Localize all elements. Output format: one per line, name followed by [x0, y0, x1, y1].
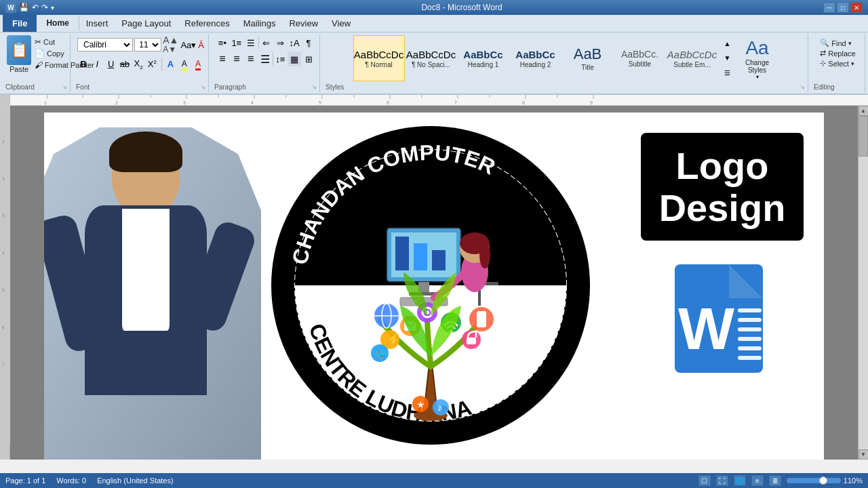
font-label: Font [76, 83, 90, 91]
style-heading1-button[interactable]: AaBbCc Heading 1 [458, 35, 509, 81]
review-tab[interactable]: Review [282, 16, 325, 30]
full-screen-view-button[interactable]: ⛶ [716, 475, 728, 486]
scroll-thumb[interactable] [859, 116, 868, 157]
font-expand-icon[interactable]: ↘ [201, 84, 205, 90]
scroll-track[interactable] [859, 116, 868, 449]
style-subtle-em-button[interactable]: AaBbCcDc Subtle Em... [667, 35, 718, 81]
styles-label: Styles [326, 83, 344, 91]
shading-button[interactable]: ▦ [288, 52, 301, 66]
close-button[interactable]: ✕ [850, 2, 863, 13]
text-effect-button[interactable]: A [164, 57, 176, 72]
replace-button[interactable]: ⇄ Replace [818, 48, 857, 58]
qat-save[interactable]: 💾 [19, 3, 29, 12]
style-normal-button[interactable]: AaBbCcDc ¶ Normal [353, 35, 405, 81]
ruler: 1 2 3 4 5 6 7 8 9 [10, 95, 868, 105]
view-tab[interactable]: View [325, 16, 357, 30]
paragraph-expand-icon[interactable]: ↘ [312, 84, 317, 90]
styles-scroll-up-button[interactable]: ▲ [720, 37, 735, 51]
change-case-button[interactable]: Aa▾ [180, 39, 197, 51]
maximize-button[interactable]: □ [837, 2, 849, 13]
insert-tab[interactable]: Insert [79, 16, 115, 30]
paste-button[interactable]: 📋 Paste [7, 35, 31, 73]
qat-customize[interactable]: ▾ [51, 4, 54, 12]
align-right-button[interactable]: ≡ [244, 52, 258, 66]
paintbrush-icon: 🖌 [35, 60, 43, 70]
underline-button[interactable]: U [105, 57, 117, 72]
styles-expand-icon[interactable]: ↘ [800, 84, 805, 90]
superscript-button[interactable]: X2 [146, 57, 158, 72]
qat-undo[interactable]: ↶ [32, 3, 39, 12]
font-shrink-button[interactable]: A▼ [163, 45, 178, 54]
svg-text:1: 1 [2, 139, 5, 144]
font-size-select[interactable]: 11 [134, 38, 161, 52]
word-count-status: Words: 0 [56, 476, 86, 485]
qat-redo[interactable]: ↷ [41, 3, 48, 12]
svg-text:5: 5 [319, 100, 321, 105]
clipboard-group: 📋 Paste ✂ Cut 📄 Copy 🖌 Format Pai [3, 34, 71, 92]
justify-button[interactable]: ☰ [258, 52, 272, 66]
styles-more-button[interactable]: ☰ [720, 66, 735, 80]
style-heading2-button[interactable]: AaBbCc Heading 2 [510, 35, 561, 81]
svg-rect-58 [477, 311, 486, 327]
strikethrough-button[interactable]: ab [119, 57, 131, 72]
align-left-button[interactable]: ≡ [216, 52, 229, 66]
scroll-up-button[interactable]: ▲ [859, 106, 869, 116]
increase-indent-button[interactable]: ⇒ [273, 35, 287, 50]
references-tab[interactable]: References [178, 16, 236, 30]
home-tab[interactable]: Home [37, 16, 79, 31]
select-button[interactable]: ⊹ Select ▾ [818, 58, 857, 68]
find-button[interactable]: 🔍 Find ▾ [818, 38, 857, 48]
svg-rect-42 [414, 243, 427, 270]
page-layout-tab[interactable]: Page Layout [115, 16, 178, 30]
print-layout-view-button[interactable]: ☐ [698, 475, 711, 486]
subscript-button[interactable]: X2 [132, 57, 144, 72]
paste-label: Paste [9, 65, 28, 73]
decrease-indent-button[interactable]: ⇐ [260, 35, 273, 50]
font-grow-button[interactable]: A▲ [163, 35, 178, 45]
clear-formatting-button[interactable]: Ā [198, 40, 204, 50]
clipboard-expand-icon[interactable]: ↘ [62, 84, 67, 90]
web-layout-view-button[interactable]: 🌐 [734, 475, 746, 486]
menu-bar: File Home Insert Page Layout References … [0, 15, 868, 33]
line-spacing-button[interactable]: ↕≡ [273, 52, 287, 66]
mailings-tab[interactable]: Mailings [237, 16, 283, 30]
align-center-button[interactable]: ≡ [230, 52, 243, 66]
document-area: CHANDAN COMPUTER CENTRE LUDHIANA [10, 106, 858, 460]
change-styles-button[interactable]: Aa ChangeStyles ▾ [737, 35, 778, 81]
font-color-button[interactable]: A [192, 57, 204, 72]
multilevel-list-button[interactable]: ☰ [244, 35, 258, 50]
font-name-select[interactable]: Calibri [77, 38, 133, 52]
italic-button[interactable]: I [91, 57, 103, 72]
bold-button[interactable]: B [77, 57, 90, 72]
svg-rect-27 [0, 106, 10, 445]
heading1-preview: AaBbCc [463, 49, 502, 61]
ruler-left-margin [0, 95, 10, 105]
scroll-down-button[interactable]: ▼ [859, 449, 869, 460]
clipboard-label: Clipboard [5, 83, 35, 91]
word-icon: W [665, 261, 780, 376]
normal-preview: AaBbCcDc [354, 49, 403, 61]
styles-scroll-down-button[interactable]: ▼ [720, 51, 735, 65]
show-marks-button[interactable]: ¶ [302, 35, 315, 50]
sort-button[interactable]: ↕A [288, 35, 301, 50]
borders-button[interactable]: ⊞ [302, 52, 315, 66]
numbering-button[interactable]: 1≡ [230, 35, 243, 50]
file-menu[interactable]: File [3, 15, 37, 32]
svg-text:♪: ♪ [437, 402, 442, 413]
document-page[interactable]: CHANDAN COMPUTER CENTRE LUDHIANA [44, 113, 824, 460]
style-title-button[interactable]: AaB Title [562, 35, 614, 81]
style-subtitle-button[interactable]: AaBbCc. Subtitle [614, 35, 666, 81]
vertical-scrollbar[interactable]: ▲ ▼ [858, 106, 868, 460]
style-no-spacing-button[interactable]: AaBbCcDc ¶ No Spaci... [406, 35, 457, 81]
heading2-preview: AaBbCc [515, 49, 555, 61]
minimize-button[interactable]: ─ [823, 2, 835, 13]
draft-view-button[interactable]: ≣ [769, 475, 781, 486]
editing-label: Editing [814, 83, 835, 91]
bullets-button[interactable]: ≡• [216, 35, 229, 50]
outline-view-button[interactable]: ≡ [751, 475, 764, 486]
svg-rect-80 [738, 318, 762, 322]
zoom-slider[interactable] [787, 478, 841, 483]
svg-text:3: 3 [183, 100, 186, 105]
subtle-em-label: Subtle Em... [673, 61, 710, 68]
highlight-button[interactable]: A [178, 57, 191, 72]
